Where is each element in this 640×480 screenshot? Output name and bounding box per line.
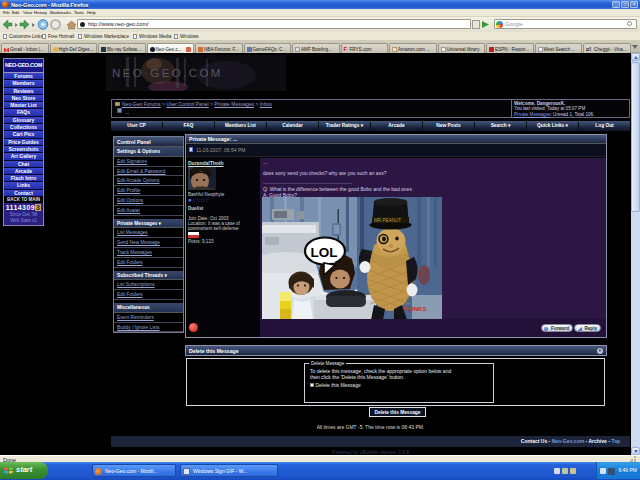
svg-text:MR.PEANUT: MR.PEANUT (374, 218, 401, 223)
svg-text:©LINKS: ©LINKS (404, 306, 426, 312)
svg-text:LOL: LOL (311, 245, 338, 260)
svg-text:NEO·GEO.COM: NEO·GEO.COM (112, 67, 223, 79)
